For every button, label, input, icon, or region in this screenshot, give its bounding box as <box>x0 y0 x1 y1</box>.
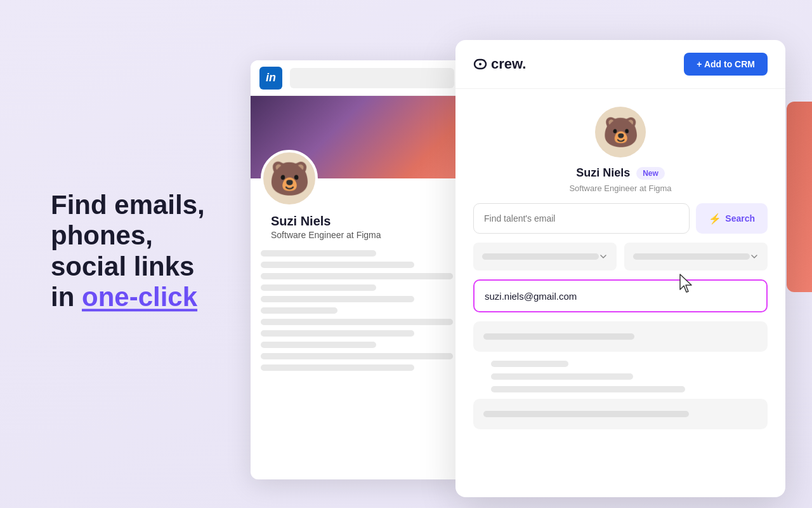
chevron-down-icon-2 <box>750 252 759 261</box>
hero-highlight: one-click <box>82 282 197 312</box>
skeleton-line <box>261 273 453 279</box>
linkedin-logo-icon: in <box>259 67 282 90</box>
skeleton-line <box>261 319 453 325</box>
crm-name-row: Suzi Niels New <box>576 166 665 180</box>
hero-line1: Find emails, <box>51 190 205 220</box>
skeleton-text-line <box>491 373 633 380</box>
linkedin-card: in 🐻 Suzi Niels Software Engineer at Fig… <box>251 60 463 479</box>
email-search-row: ⚡ Search <box>473 203 768 234</box>
skeleton-line <box>261 353 453 359</box>
find-email-input[interactable] <box>473 203 690 234</box>
skeleton-line <box>261 296 414 302</box>
search-button[interactable]: ⚡ Search <box>696 203 768 234</box>
dropdown-skeleton-1 <box>482 253 599 260</box>
crm-person-title: Software Engineer at Figma <box>569 184 671 193</box>
crew-logo-text: crew. <box>491 56 526 72</box>
svg-point-0 <box>479 63 481 65</box>
skeleton-line <box>261 284 376 291</box>
crm-search-section: ⚡ Search <box>455 203 785 448</box>
skeleton-text-section <box>473 361 768 392</box>
add-crm-label: + Add to CRM <box>697 59 755 69</box>
skeleton-bar <box>483 333 634 340</box>
hero-line3: social links <box>51 251 194 281</box>
hero-line2: phones, <box>51 221 153 251</box>
crew-logo: crew. <box>473 56 526 72</box>
email-field[interactable] <box>473 279 768 312</box>
crew-logo-icon <box>473 58 487 70</box>
crm-avatar: 🐻 <box>595 107 646 157</box>
linkedin-search-bar <box>290 68 454 88</box>
add-to-crm-button[interactable]: + Add to CRM <box>684 53 768 76</box>
skeleton-line <box>261 307 337 314</box>
skeleton-bar-2 <box>483 411 689 417</box>
skeleton-field-2 <box>473 399 768 429</box>
crm-profile-section: 🐻 Suzi Niels New Software Engineer at Fi… <box>455 89 785 203</box>
skeleton-line <box>261 330 414 337</box>
skeleton-text-line <box>491 361 568 367</box>
crm-header: crew. + Add to CRM <box>455 40 785 89</box>
linkedin-skeleton <box>251 240 463 386</box>
linkedin-person-name: Suzi Niels <box>271 214 453 229</box>
dropdown-skeleton-2 <box>633 253 750 260</box>
hero-line4-prefix: in <box>51 282 82 312</box>
crm-panel: crew. + Add to CRM 🐻 Suzi Niels New Soft… <box>455 40 785 497</box>
hero-section: Find emails, phones, social links in one… <box>51 190 254 318</box>
skeleton-field-1 <box>473 321 768 352</box>
skeleton-line <box>261 342 376 348</box>
dropdown-1[interactable] <box>473 243 617 271</box>
skeleton-line <box>261 250 376 257</box>
bolt-icon: ⚡ <box>709 213 721 225</box>
new-badge: New <box>636 167 665 180</box>
search-label: Search <box>725 213 755 224</box>
linkedin-header: in <box>251 60 463 96</box>
linkedin-avatar-area: 🐻 Suzi Niels Software Engineer at Figma <box>251 178 463 240</box>
skeleton-line <box>261 262 414 268</box>
dropdown-2[interactable] <box>624 243 768 271</box>
skeleton-line <box>261 364 414 371</box>
chevron-down-icon <box>599 252 608 261</box>
skeleton-text-line <box>491 386 685 392</box>
dropdown-row <box>473 243 768 271</box>
crm-person-name: Suzi Niels <box>576 166 630 180</box>
right-edge-card <box>787 102 812 292</box>
linkedin-person-title: Software Engineer at Figma <box>271 230 453 240</box>
hero-heading: Find emails, phones, social links in one… <box>51 190 254 312</box>
linkedin-avatar: 🐻 <box>261 150 318 207</box>
email-field-wrapper <box>473 279 768 312</box>
